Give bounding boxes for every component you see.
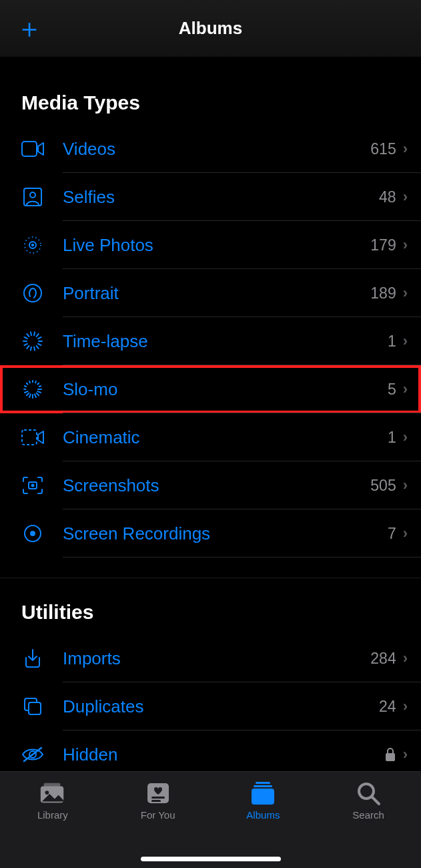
library-tab-icon (38, 780, 67, 807)
row-count: 24 (379, 698, 403, 716)
tab-label: Albums (246, 809, 280, 821)
svg-line-18 (34, 332, 35, 335)
svg-line-36 (39, 386, 41, 387)
tab-search[interactable]: Search (316, 780, 421, 868)
tab-albums[interactable]: Albums (211, 780, 316, 868)
svg-rect-52 (256, 782, 270, 784)
svg-line-31 (27, 383, 28, 385)
row-count: 1 (388, 429, 403, 447)
svg-line-28 (25, 391, 28, 393)
row-imports[interactable]: Imports284› (0, 634, 421, 682)
row-label: Cinematic (44, 427, 388, 448)
tab-bar: LibraryFor YouAlbumsSearch (0, 771, 421, 868)
selfies-icon (21, 186, 44, 208)
chevron-right-icon: › (403, 650, 408, 667)
svg-rect-54 (252, 789, 274, 805)
row-portrait[interactable]: Portrait189› (0, 269, 421, 317)
row-count: 505 (370, 477, 402, 495)
row-count: 189 (370, 284, 402, 302)
row-count: 1 (388, 333, 403, 351)
row-label: Time-lapse (44, 331, 388, 352)
row-time-lapse[interactable]: Time-lapse1› (0, 317, 421, 365)
row-label: Screen Recordings (44, 523, 388, 544)
content: Media Types Videos615›Selfies48›Live Pho… (0, 69, 421, 779)
tab-for-you[interactable]: For You (105, 780, 211, 868)
svg-line-15 (24, 337, 27, 339)
hidden-icon (21, 743, 44, 766)
plus-icon: ＋ (16, 13, 43, 43)
svg-line-8 (38, 344, 41, 345)
svg-rect-0 (22, 142, 37, 156)
svg-point-48 (45, 791, 49, 795)
svg-line-9 (37, 346, 39, 349)
svg-line-16 (27, 334, 29, 337)
chevron-right-icon: › (403, 429, 408, 446)
row-count: 7 (388, 525, 403, 543)
svg-point-2 (30, 192, 35, 198)
row-label: Videos (44, 139, 370, 160)
svg-line-13 (24, 344, 27, 345)
chevron-right-icon: › (403, 188, 408, 206)
row-count: 284 (370, 650, 402, 668)
svg-point-40 (30, 531, 35, 536)
albums-tab-icon (248, 780, 278, 807)
chevron-right-icon: › (403, 284, 408, 302)
chevron-right-icon: › (403, 746, 408, 763)
section-header-utilities: Utilities (0, 578, 421, 634)
row-screenshots[interactable]: Screenshots505› (0, 461, 421, 509)
tab-label: Library (37, 809, 68, 821)
svg-line-12 (27, 346, 29, 349)
row-live-photos[interactable]: Live Photos179› (0, 221, 421, 269)
row-screen-recordings[interactable]: Screen Recordings7› (0, 509, 421, 558)
chevron-right-icon: › (403, 525, 408, 542)
row-label: Screenshots (44, 475, 370, 496)
row-label: Live Photos (44, 235, 370, 256)
svg-line-32 (29, 381, 30, 383)
row-label: Imports (44, 648, 370, 669)
tab-label: For You (141, 809, 175, 821)
cinematic-icon (21, 426, 44, 449)
row-label: Selfies (44, 187, 379, 208)
svg-line-30 (25, 386, 26, 387)
row-label: Slo-mo (44, 379, 388, 400)
svg-line-26 (29, 394, 31, 397)
portrait-icon (21, 282, 44, 304)
chevron-right-icon: › (403, 477, 408, 494)
svg-line-23 (37, 393, 39, 396)
svg-rect-45 (386, 753, 395, 761)
list-media-types: Videos615›Selfies48›Live Photos179›Portr… (0, 125, 421, 558)
svg-line-19 (37, 334, 39, 337)
chevron-right-icon: › (403, 236, 408, 254)
svg-line-35 (37, 383, 39, 385)
svg-line-11 (31, 347, 31, 351)
tab-library[interactable]: Library (0, 780, 105, 868)
svg-point-6 (24, 284, 41, 302)
page-title: Albums (179, 18, 242, 39)
screenshots-icon (21, 474, 44, 497)
add-button[interactable]: ＋ (16, 15, 43, 41)
row-label: Duplicates (44, 696, 379, 717)
row-slo-mo[interactable]: Slo-mo5› (0, 365, 421, 413)
section-header-media-types: Media Types (0, 69, 421, 125)
for-you-tab-icon (143, 780, 173, 807)
row-label: Hidden (44, 744, 384, 765)
row-videos[interactable]: Videos615› (0, 125, 421, 173)
svg-rect-51 (151, 800, 161, 802)
chevron-right-icon: › (403, 381, 408, 398)
home-indicator[interactable] (141, 857, 281, 861)
tab-label: Search (352, 809, 384, 821)
svg-line-20 (38, 337, 41, 339)
svg-point-38 (31, 484, 35, 487)
svg-line-10 (34, 347, 35, 351)
lock-icon (384, 747, 403, 762)
search-tab-icon (354, 780, 383, 807)
row-cinematic[interactable]: Cinematic1› (0, 413, 421, 461)
row-count: 5 (388, 381, 403, 399)
chevron-right-icon: › (403, 698, 408, 715)
chevron-right-icon: › (403, 333, 408, 350)
row-duplicates[interactable]: Duplicates24› (0, 682, 421, 730)
row-selfies[interactable]: Selfies48› (0, 173, 421, 221)
svg-line-17 (31, 332, 31, 335)
time-lapse-icon (21, 330, 44, 353)
row-label: Portrait (44, 283, 370, 304)
